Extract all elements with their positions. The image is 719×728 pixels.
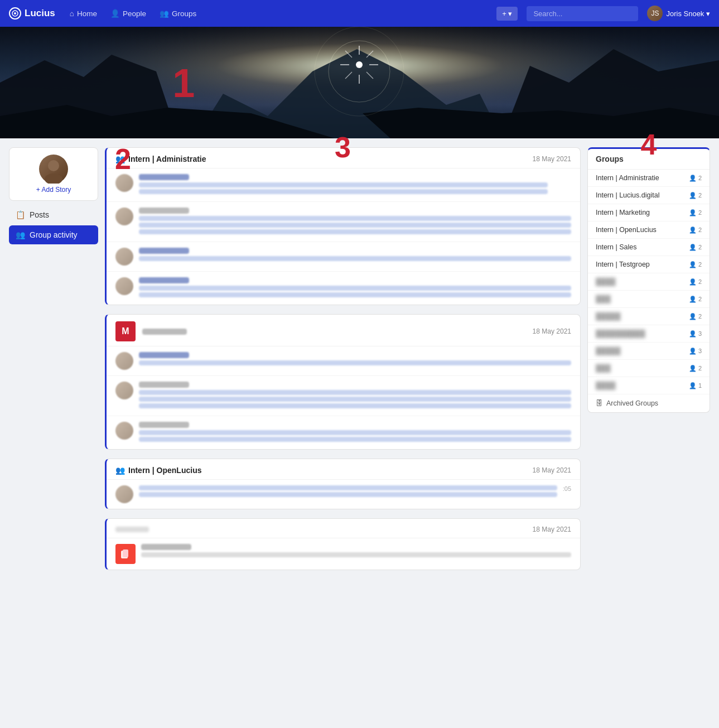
group-card-administratie: 👥 Intern | Administratie 18 May 2021 (105, 147, 581, 305)
post-item (107, 538, 580, 570)
group-list-item-blurred-7[interactable]: ████ 👤1 (588, 377, 710, 394)
group-icon: 👥 (115, 466, 125, 475)
svg-point-9 (356, 61, 363, 68)
hero-banner: 1 (0, 27, 719, 138)
group-card-header: 👥 Intern | OpenLucius 18 May 2021 (107, 459, 580, 480)
group-list-item-sales[interactable]: Intern | Sales 👤2 (588, 239, 710, 256)
post-content (139, 174, 548, 196)
user-avatar (39, 155, 68, 184)
member-icon: 👤 (689, 382, 697, 389)
post-avatar (115, 352, 133, 370)
svg-rect-23 (123, 549, 128, 557)
post-content (139, 485, 557, 499)
post-icon (115, 544, 136, 564)
post-content (139, 277, 571, 299)
post-avatar (115, 382, 133, 399)
post-item (107, 168, 580, 202)
member-icon: 👤 (689, 261, 697, 268)
post-item (107, 376, 580, 416)
member-icon: 👤 (689, 175, 697, 182)
avatar: JS (647, 6, 663, 21)
post-avatar (115, 422, 133, 440)
annotation-1: 1 (172, 60, 195, 106)
post-item (107, 272, 580, 305)
sidebar-nav: 📋 Posts 👥 Group activity (9, 205, 98, 244)
group-card-4: 18 May 2021 (105, 518, 581, 570)
group-list-item-blurred-2[interactable]: ███ 👤2 (588, 291, 710, 308)
post-item (107, 346, 580, 376)
nav-home[interactable]: ⌂ Home (64, 7, 103, 21)
group-card-header: M 18 May 2021 (107, 315, 580, 346)
member-icon: 👤 (689, 278, 697, 286)
posts-icon: 📋 (16, 210, 25, 219)
search-input[interactable] (527, 6, 638, 21)
member-icon: 👤 (689, 348, 697, 355)
navbar: Lucius ⌂ Home 👤 People 👥 Groups + ▾ JS J… (0, 0, 719, 27)
post-content (139, 352, 571, 367)
post-avatar (115, 277, 133, 295)
post-avatar (115, 208, 133, 225)
post-content (139, 382, 571, 410)
member-icon: 👤 (689, 209, 697, 216)
group-card-m: M 18 May 2021 (105, 314, 581, 450)
post-item (107, 416, 580, 449)
add-button[interactable]: + ▾ (496, 7, 518, 21)
annotation-3: 3 (335, 131, 351, 164)
post-item (107, 242, 580, 272)
main-feed: 3 👥 Intern | Administratie 18 May 2021 (105, 147, 581, 570)
member-icon: 👤 (689, 313, 697, 320)
right-sidebar: 4 Groups Intern | Administratie 👤2 Inter… (587, 147, 710, 570)
sidebar-item-group-activity[interactable]: 👥 Group activity (9, 225, 98, 244)
post-content (141, 544, 571, 559)
member-icon: 👤 (689, 365, 697, 372)
group-title: 👥 Intern | OpenLucius (115, 466, 201, 475)
post-content (139, 422, 571, 443)
svg-point-21 (45, 173, 62, 184)
post-avatar (115, 174, 133, 192)
logo-icon (9, 7, 21, 20)
group-list-item-blurred-6[interactable]: ███ 👤2 (588, 360, 710, 377)
member-icon: 👤 (689, 192, 697, 199)
group-list-item-blurred-4[interactable]: ██████████ 👤3 (588, 325, 710, 343)
group-title: M (115, 321, 187, 341)
archived-groups-link[interactable]: 🗄 Archived Groups (588, 394, 710, 412)
people-icon: 👤 (110, 9, 120, 18)
group-list-item-blurred-5[interactable]: █████ 👤3 (588, 343, 710, 360)
add-story-label: + Add Story (36, 186, 71, 194)
svg-point-20 (48, 160, 59, 171)
groups-icon: 👥 (160, 9, 169, 18)
member-icon: 👤 (689, 244, 697, 251)
user-menu[interactable]: JS Joris Snoek ▾ (647, 6, 710, 21)
nav-groups[interactable]: 👥 Groups (154, 6, 202, 21)
home-icon: ⌂ (70, 9, 74, 18)
annotation-4: 4 (641, 128, 657, 161)
annotation-2: 2 (115, 142, 131, 176)
post-item (107, 202, 580, 242)
post-content (139, 208, 571, 236)
group-card-openlucius: 👥 Intern | OpenLucius 18 May 2021 :05 (105, 459, 581, 509)
group-card-header: 18 May 2021 (107, 519, 580, 538)
member-icon: 👤 (689, 296, 697, 303)
groups-panel: Groups Intern | Administratie 👤2 Intern … (587, 147, 710, 413)
nav-links: ⌂ Home 👤 People 👥 Groups (64, 6, 202, 21)
story-button[interactable]: + Add Story 2 (9, 147, 98, 201)
group-list-item-blurred-3[interactable]: █████ 👤2 (588, 308, 710, 325)
member-icon: 👤 (689, 226, 697, 234)
group-list-item-luciusdigital[interactable]: Intern | Lucius.digital 👤2 (588, 187, 710, 204)
group-list-item-blurred-1[interactable]: ████ 👤2 (588, 273, 710, 291)
group-list-item-testgroep[interactable]: Intern | Testgroep 👤2 (588, 256, 710, 273)
svg-marker-8 (363, 108, 719, 138)
archive-icon: 🗄 (596, 399, 603, 407)
post-avatar (115, 485, 133, 503)
post-content (139, 248, 571, 263)
mountain-svg (0, 27, 719, 138)
brand-logo[interactable]: Lucius (9, 7, 55, 20)
group-list-item-administratie[interactable]: Intern | Administratie 👤2 (588, 170, 710, 187)
nav-people[interactable]: 👤 People (105, 6, 152, 21)
group-list-item-marketing[interactable]: Intern | Marketing 👤2 (588, 204, 710, 221)
sidebar: + Add Story 2 📋 Posts 👥 Group activity (9, 147, 98, 570)
sidebar-item-posts[interactable]: 📋 Posts (9, 205, 98, 224)
post-avatar (115, 248, 133, 266)
svg-point-1 (14, 12, 16, 15)
group-list-item-openlucius[interactable]: Intern | OpenLucius 👤2 (588, 221, 710, 239)
